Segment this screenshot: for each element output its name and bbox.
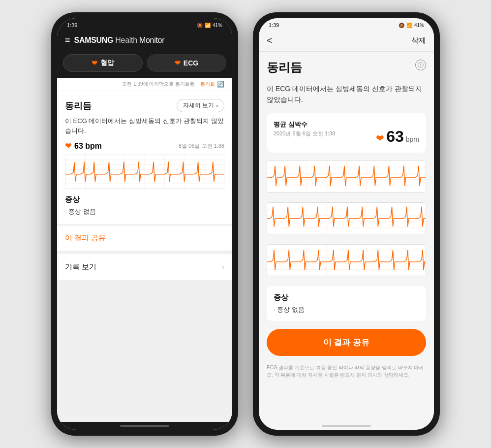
detail-symptoms-title: 증상 (274, 293, 419, 302)
heart-icon-detail: ❤ (376, 132, 384, 144)
tab-blood-pressure[interactable]: ❤ 혈압 (63, 54, 143, 72)
time-1: 1:39 (67, 22, 77, 28)
heart-icon-tab2: ❤ (175, 59, 181, 67)
back-button[interactable]: < (267, 35, 273, 46)
main-content-1: 오전 1:39에 마지막으로 동기화됨 동기화 🔄 동리듬 자세히 보기 › 이… (57, 78, 232, 422)
tab-bp-label: 혈압 (100, 59, 114, 67)
avg-hr-number: 63 (386, 128, 404, 146)
ecg-card-1: 동리듬 자세히 보기 › 이 ECG 데이터에서는 심방세동의 신호가 관찰되지… (57, 91, 232, 224)
ecg-svg-1 (65, 155, 224, 189)
delete-button[interactable]: 삭제 (411, 36, 426, 45)
app-title: SAMSUNG Health Monitor (74, 36, 165, 45)
avg-hr-unit: bpm (406, 135, 419, 143)
sync-text: 오전 1:39에 마지막으로 동기화됨 (122, 81, 195, 88)
home-bar-2 (322, 425, 371, 427)
status-icons-2: 🔕 📶 41% (399, 23, 424, 28)
view-detail-button[interactable]: 자세히 보기 › (177, 99, 224, 112)
detail-description: 이 ECG 데이터에서는 심방세동의 신호가 관찰되지 않았습니다. (267, 83, 426, 105)
disclaimer-text: ECG 결과를 기준으로 복용 중인 약이나 약의 용량을 임의로 바꾸지 마세… (267, 364, 426, 379)
heart-icon-bpm: ❤ (65, 141, 71, 151)
bpm-value-1: ❤ 63 bpm (65, 141, 102, 151)
detail-symptoms-section: 증상 · 증상 없음 (267, 286, 426, 321)
detail-title: 동리듬 (267, 60, 302, 75)
symptom-item-1: · 증상 없음 (65, 207, 224, 216)
time-2: 1:39 (269, 22, 279, 28)
ecg-strip-1 (267, 160, 426, 192)
symptoms-title-1: 증상 (65, 195, 224, 204)
heart-icon-tab1: ❤ (92, 59, 97, 67)
ecg-chart-1 (65, 155, 224, 189)
avg-hr-section: 평균 심박수 2020년 8월 6일 오전 1:38 ❤ 63 bpm (267, 113, 426, 153)
symptoms-section-1: 증상 · 증상 없음 (65, 195, 224, 216)
sync-link[interactable]: 동기화 (200, 81, 215, 88)
status-bar-1: 1:39 🔕 📶 41% (57, 18, 232, 30)
detail-header: < 삭제 (259, 30, 434, 52)
ecg-strip-2 (267, 202, 426, 234)
card-header-1: 동리듬 자세히 보기 › (65, 99, 224, 112)
phone-2: 1:39 🔕 📶 41% < 삭제 동리듬 ⓘ 이 ECG 데이터에서는 심방세… (253, 12, 440, 436)
home-indicator-2 (259, 422, 434, 430)
app-header-1: ≡ SAMSUNG Health Monitor (57, 30, 232, 50)
phone-1: 1:39 🔕 📶 41% ≡ SAMSUNG Health Monitor ❤ … (51, 12, 238, 436)
timestamp-1: 8월 06일 오전 1:38 (179, 142, 224, 150)
detail-title-row: 동리듬 ⓘ (267, 60, 426, 75)
ecg-strip-3 (267, 244, 426, 276)
tab-ecg-label: ECG (184, 59, 198, 67)
status-icons-1: 🔕 📶 41% (197, 23, 222, 28)
share-button[interactable]: 이 결과 공유 (267, 329, 426, 356)
detail-symptom-item: · 증상 없음 (274, 305, 419, 314)
detail-content: 동리듬 ⓘ 이 ECG 데이터에서는 심방세동의 신호가 관찰되지 않았습니다.… (259, 52, 434, 422)
card-title-1: 동리듬 (65, 100, 92, 112)
tab-ecg[interactable]: ❤ ECG (147, 54, 226, 72)
sync-icon: 🔄 (217, 81, 224, 88)
status-bar-2: 1:39 🔕 📶 41% (259, 18, 434, 30)
menu-icon[interactable]: ≡ (65, 35, 70, 45)
phone-2-screen: 1:39 🔕 📶 41% < 삭제 동리듬 ⓘ 이 ECG 데이터에서는 심방세… (259, 18, 434, 430)
chevron-icon-1: › (221, 262, 224, 272)
home-indicator-1 (57, 422, 232, 430)
tab-bar-1: ❤ 혈압 ❤ ECG (57, 50, 232, 78)
records-link-1[interactable]: 기록 보기 › (57, 251, 232, 280)
phone-1-screen: 1:39 🔕 📶 41% ≡ SAMSUNG Health Monitor ❤ … (57, 18, 232, 430)
bpm-row-1: ❤ 63 bpm 8월 06일 오전 1:38 (65, 141, 224, 151)
card-description-1: 이 ECG 데이터에서는 심방세동의 신호가 관찰되지 않았습니다. (65, 116, 224, 135)
share-link-1[interactable]: 이 결과 공유 (57, 225, 232, 251)
home-bar-1 (120, 425, 169, 427)
sync-bar: 오전 1:39에 마지막으로 동기화됨 동기화 🔄 (57, 78, 232, 91)
info-icon[interactable]: ⓘ (415, 60, 426, 70)
